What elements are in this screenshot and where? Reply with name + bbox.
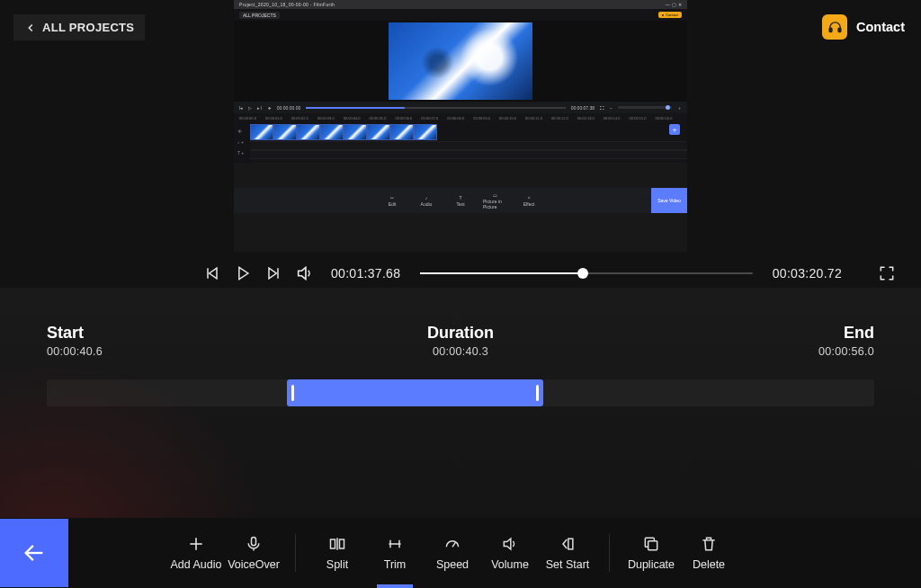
zoom-out-icon[interactable]: − — [610, 105, 613, 111]
svg-rect-12 — [331, 539, 335, 548]
svg-rect-11 — [252, 538, 256, 546]
skip-next-icon[interactable] — [264, 264, 282, 282]
current-time: 00:01:37.68 — [331, 266, 400, 281]
toolbar-separator — [295, 534, 296, 572]
sub-edit-button[interactable]: ✂Edit — [380, 195, 404, 207]
tool-label: VoiceOver — [228, 558, 280, 571]
set-start-button[interactable]: Set Start — [539, 526, 596, 580]
text-icon: T — [459, 195, 461, 200]
tool-label: Set Start — [546, 558, 590, 571]
sub-current-time: 00:00:00.00 — [277, 105, 300, 111]
trim-start-label: Start — [47, 324, 103, 343]
skip-previous-icon[interactable] — [203, 264, 221, 282]
trim-labels: Start 00:00:40.6 Duration 00:00:40.3 End… — [47, 324, 874, 358]
svg-marker-3 — [210, 268, 217, 279]
music-note-icon: ♪ — [425, 195, 428, 200]
total-time: 00:03:20.72 — [773, 266, 842, 281]
volume-button[interactable]: Volume — [481, 526, 539, 580]
duplicate-icon — [642, 535, 660, 553]
sub-player-bar: I◂ ▷ ▸I 🕩 00:00:00.00 00:00:07.38 ⛶ − ＋ — [234, 102, 687, 113]
trim-selection[interactable] — [287, 379, 543, 406]
tool-label: Add Audio — [171, 558, 222, 571]
speed-button[interactable]: Speed — [424, 526, 481, 580]
seek-handle[interactable] — [577, 268, 588, 279]
trim-icon — [384, 535, 406, 553]
back-button[interactable] — [0, 519, 68, 587]
svg-marker-7 — [299, 268, 306, 280]
track-icons: 👁♪ +T + — [237, 126, 244, 158]
trash-icon — [700, 535, 718, 553]
contact-label: Contact — [856, 20, 905, 34]
add-audio-button[interactable]: Add Audio — [167, 526, 225, 580]
microphone-icon — [245, 535, 263, 553]
sub-pip-button[interactable]: ▭Picture in Picture — [483, 192, 506, 209]
trim-track[interactable] — [47, 379, 874, 406]
svg-rect-1 — [838, 28, 841, 31]
fullscreen-icon[interactable]: ⛶ — [600, 105, 604, 111]
video-thumbnail — [389, 22, 532, 100]
all-projects-label: ALL PROJECTS — [42, 21, 134, 34]
app-root: ALL PROJECTS Contact Project_2020_10_18_… — [0, 0, 921, 588]
zoom-in-icon[interactable]: ＋ — [677, 105, 682, 111]
text-track[interactable] — [250, 150, 687, 159]
sub-window-title: Project_2020_10_18_00-00-00 - FilmForth — [239, 2, 335, 7]
playback-controls: 00:01:37.68 00:03:20.72 — [0, 259, 921, 288]
sub-audio-button[interactable]: ♪Audio — [415, 195, 438, 207]
sub-timeline-tracks[interactable]: 👁♪ +T + ＋ — [234, 122, 687, 163]
svg-marker-5 — [269, 268, 276, 279]
volume-icon[interactable]: 🕩 — [267, 105, 272, 111]
seek-progress — [420, 272, 583, 274]
sub-text-button[interactable]: TText — [449, 195, 472, 207]
skip-back-icon[interactable]: I◂ — [239, 105, 243, 111]
svg-rect-21 — [648, 541, 657, 550]
sub-save-video-button[interactable]: Save Video — [651, 188, 687, 213]
pip-icon: ▭ — [493, 192, 497, 198]
sub-seek-bar[interactable] — [306, 107, 565, 109]
play-icon[interactable]: ▷ — [248, 105, 252, 111]
play-icon[interactable] — [234, 264, 252, 282]
bottom-toolbar: Add Audio VoiceOver Split Trim Speed V — [0, 518, 921, 588]
trim-start-label-group: Start 00:00:40.6 — [47, 324, 103, 358]
contact-button[interactable]: Contact — [822, 14, 905, 40]
sub-contact-button[interactable]: ● Contact — [658, 12, 682, 18]
video-track[interactable] — [250, 124, 687, 140]
scissors-icon: ✂ — [390, 195, 394, 200]
sub-all-projects-button[interactable]: ALL PROJECTS — [239, 12, 280, 19]
delete-button[interactable]: Delete — [680, 526, 738, 580]
window-controls-icon: — ▢ ✕ — [666, 2, 682, 7]
sub-timeline-ruler: 00:00:00.000:00:01.000:00:02.000:00:03.0… — [234, 113, 687, 122]
plus-icon — [187, 535, 205, 553]
volume-icon[interactable] — [295, 263, 315, 283]
trim-end-label-group: End 00:00:56.0 — [818, 324, 874, 358]
sub-top-bar: ALL PROJECTS ● Contact — [234, 9, 687, 21]
trim-end-timecode: 00:00:56.0 — [818, 345, 874, 358]
skip-forward-icon[interactable]: ▸I — [257, 105, 261, 111]
split-button[interactable]: Split — [308, 526, 366, 580]
sub-effect-button[interactable]: ✧Effect — [517, 195, 541, 207]
voiceover-button[interactable]: VoiceOver — [225, 526, 282, 580]
all-projects-button[interactable]: ALL PROJECTS — [13, 14, 145, 40]
gauge-icon — [443, 535, 462, 553]
sub-window-title-bar: Project_2020_10_18_00-00-00 - FilmForth … — [234, 0, 687, 9]
trim-start-timecode: 00:00:40.6 — [47, 345, 103, 358]
trim-duration-label: Duration — [427, 324, 494, 343]
trim-duration-timecode: 00:00:40.3 — [433, 345, 488, 358]
tool-label: Speed — [436, 558, 469, 571]
svg-line-18 — [452, 542, 455, 547]
audio-track[interactable] — [250, 141, 687, 150]
svg-rect-20 — [568, 539, 573, 549]
fullscreen-icon[interactable] — [878, 264, 896, 282]
seek-bar[interactable] — [420, 272, 752, 274]
embedded-app-preview: Project_2020_10_18_00-00-00 - FilmForth … — [234, 0, 687, 252]
svg-rect-0 — [829, 28, 832, 31]
zoom-slider[interactable] — [618, 106, 672, 109]
sub-bottom-toolbar: ✂Edit ♪Audio TText ▭Picture in Picture ✧… — [234, 188, 687, 213]
duplicate-button[interactable]: Duplicate — [622, 526, 680, 580]
tool-label: Duplicate — [628, 558, 675, 571]
tool-label: Delete — [693, 558, 725, 571]
trim-button[interactable]: Trim — [366, 526, 424, 580]
trim-panel: Start 00:00:40.6 Duration 00:00:40.3 End… — [0, 288, 921, 520]
add-clip-button[interactable]: ＋ — [669, 124, 680, 135]
tool-label: Split — [326, 558, 348, 571]
trim-duration-label-group: Duration 00:00:40.3 — [427, 324, 494, 358]
